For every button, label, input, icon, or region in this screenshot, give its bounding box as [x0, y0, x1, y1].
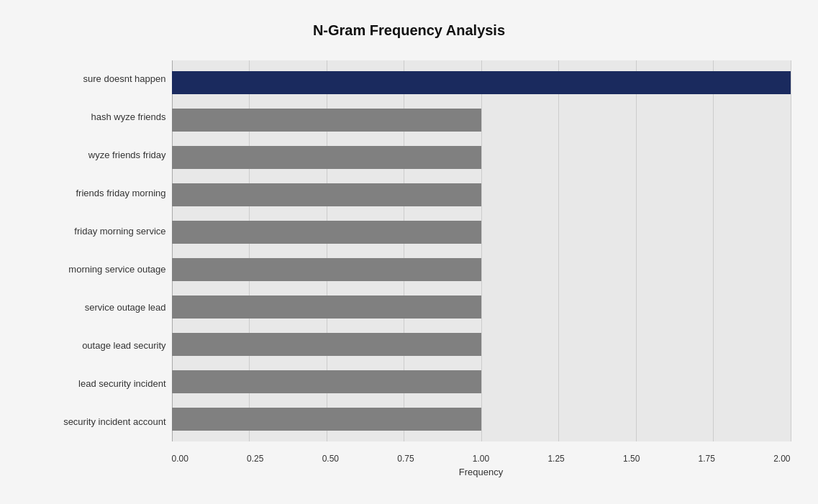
bar	[172, 146, 481, 169]
chart-container: N-Gram Frequency Analysis sure doesnt ha…	[14, 8, 805, 497]
x-tick: 0.00	[172, 454, 188, 464]
x-axis-label: Frequency	[28, 467, 791, 477]
x-tick: 0.50	[322, 454, 339, 464]
x-tick: 1.25	[547, 454, 564, 464]
y-label: friday morning service	[28, 226, 166, 237]
y-label: lead security incident	[28, 378, 166, 390]
bar-row	[172, 255, 791, 284]
y-label: outage lead security	[28, 340, 166, 352]
bar-row	[172, 330, 791, 359]
bar	[172, 71, 791, 94]
bar	[172, 109, 481, 132]
bar	[172, 370, 481, 393]
chart-title: N-Gram Frequency Analysis	[28, 22, 791, 39]
y-label: sure doesnt happen	[28, 73, 166, 85]
x-tick: 1.50	[623, 454, 640, 464]
bar	[172, 258, 481, 281]
y-label: morning service outage	[28, 264, 166, 275]
y-label: security incident account	[28, 416, 166, 428]
bar	[172, 333, 481, 356]
x-axis: 0.000.250.500.751.001.251.501.752.00	[28, 448, 791, 464]
bars-wrapper	[172, 60, 791, 441]
x-tick: 1.75	[699, 454, 715, 464]
y-label: hash wyze friends	[28, 111, 166, 123]
bar-row	[172, 143, 791, 172]
bar-row	[172, 293, 791, 321]
bar-row	[172, 106, 791, 134]
grid-line	[791, 60, 791, 441]
bar	[172, 295, 481, 319]
y-label: friends friday morning	[28, 188, 166, 199]
x-tick: 0.25	[247, 454, 263, 464]
y-label: wyze friends friday	[28, 150, 166, 161]
x-tick: 0.75	[397, 454, 414, 464]
bar-row	[172, 68, 791, 97]
bar-row	[172, 218, 791, 247]
bar-row	[172, 405, 791, 434]
bar	[172, 183, 481, 206]
y-axis-labels: sure doesnt happenhash wyze friendswyze …	[28, 60, 172, 441]
bar	[172, 408, 481, 431]
x-tick: 1.00	[473, 454, 489, 464]
bar-row	[172, 367, 791, 396]
y-label: service outage lead	[28, 302, 166, 313]
x-tick: 2.00	[773, 454, 790, 464]
bars-area	[172, 60, 791, 441]
bar-row	[172, 180, 791, 209]
bar	[172, 221, 481, 244]
